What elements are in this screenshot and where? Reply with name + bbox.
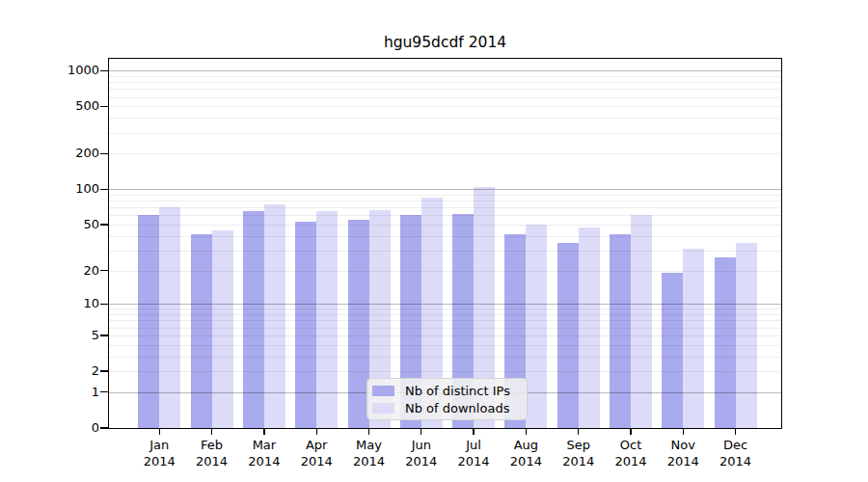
y-tick-mark-20 (100, 270, 108, 271)
minor-gridline-600 (109, 97, 781, 98)
minor-gridline-90 (109, 195, 781, 196)
x-tick-mark-mar (263, 429, 264, 435)
y-tick-label-0: 0 (28, 420, 99, 436)
minor-gridline-3 (109, 357, 781, 358)
minor-gridline-6 (109, 328, 781, 329)
decade-gridline-100 (109, 189, 781, 190)
minor-gridline-800 (109, 82, 781, 83)
x-tick-mark-jun (420, 429, 421, 435)
legend-label-downloads: Nb of downloads (405, 401, 509, 415)
minor-gridline-4 (109, 345, 781, 346)
plot-area (109, 59, 781, 428)
tick-gridline-2 (109, 371, 781, 372)
minor-gridline-700 (109, 89, 781, 90)
y-tick-label-10: 10 (28, 296, 99, 311)
decade-gridline-1000 (109, 70, 781, 71)
minor-gridline-900 (109, 76, 781, 77)
legend-swatch-downloads (372, 403, 394, 414)
figure: hgu95dcdf 2014 01251020501002005001000 J… (0, 0, 868, 482)
minor-gridline-70 (109, 207, 781, 208)
tick-gridline-50 (109, 225, 781, 226)
legend-item-downloads: Nb of downloads (372, 399, 521, 416)
legend: Nb of distinct IPs Nb of downloads (366, 378, 528, 420)
minor-gridline-80 (109, 201, 781, 201)
y-tick-mark-0 (100, 427, 108, 428)
y-tick-label-50: 50 (28, 217, 99, 232)
x-tick-year: 2014 (705, 454, 767, 470)
minor-gridline-400 (109, 118, 781, 119)
minor-gridline-60 (109, 215, 781, 216)
minor-gridline-9 (109, 308, 781, 309)
tick-gridline-5 (109, 335, 781, 336)
y-tick-mark-100 (100, 189, 108, 190)
y-tick-label-100: 100 (28, 181, 99, 197)
x-tick-label-dec: Dec2014 (705, 438, 767, 469)
x-tick-mark-apr (316, 429, 317, 435)
minor-gridline-40 (109, 236, 781, 237)
y-tick-label-20: 20 (28, 263, 99, 279)
y-tick-label-2: 2 (28, 363, 99, 379)
decade-gridline-10 (109, 304, 781, 305)
tick-gridline-20 (109, 271, 781, 272)
y-tick-label-1: 1 (28, 385, 99, 400)
x-tick-mark-may (368, 429, 369, 435)
minor-gridline-300 (109, 133, 781, 134)
minor-gridline-8 (109, 314, 781, 315)
y-tick-label-5: 5 (28, 328, 99, 343)
x-tick-month: Dec (705, 438, 767, 454)
x-tick-mark-aug (526, 429, 527, 435)
x-tick-mark-dec (735, 429, 736, 435)
legend-item-distinct-ips: Nb of distinct IPs (372, 382, 521, 399)
legend-swatch-distinct-ips (372, 386, 394, 396)
gridlines-layer (109, 59, 781, 428)
chart-title: hgu95dcdf 2014 (109, 34, 781, 51)
y-tick-label-1000: 1000 (28, 63, 99, 78)
tick-gridline-200 (109, 153, 781, 154)
y-tick-mark-1000 (100, 70, 108, 71)
y-tick-mark-2 (100, 370, 108, 371)
y-tick-mark-200 (100, 153, 108, 154)
legend-label-distinct-ips: Nb of distinct IPs (405, 384, 510, 398)
y-tick-label-500: 500 (28, 98, 99, 114)
x-tick-mark-jul (473, 429, 474, 435)
x-tick-mark-nov (683, 429, 684, 435)
minor-gridline-30 (109, 251, 781, 252)
tick-gridline-500 (109, 106, 781, 107)
x-tick-mark-jan (159, 429, 160, 435)
y-tick-mark-1 (100, 391, 108, 392)
minor-gridline-7 (109, 320, 781, 321)
y-tick-label-200: 200 (28, 146, 99, 161)
y-tick-mark-500 (100, 106, 108, 107)
y-tick-mark-50 (100, 224, 108, 225)
x-tick-mark-sep (578, 429, 579, 435)
y-tick-mark-10 (100, 304, 108, 305)
y-tick-mark-5 (100, 335, 108, 335)
x-tick-mark-feb (211, 429, 212, 435)
x-tick-mark-oct (630, 429, 631, 435)
